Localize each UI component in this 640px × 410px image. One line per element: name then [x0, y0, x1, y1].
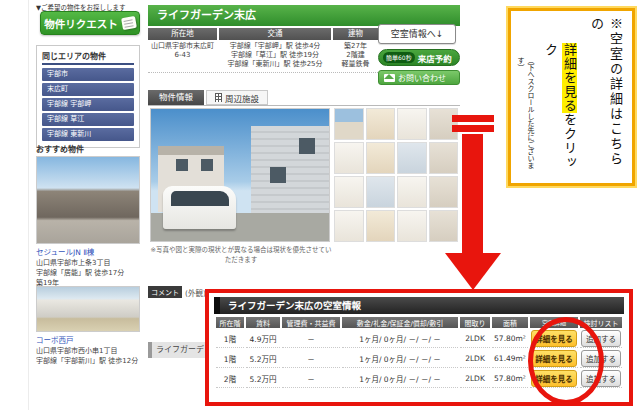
- cell-floor: 1階: [216, 350, 244, 368]
- vacancy-panel-title: ライフガーデン末広の空室情報: [214, 297, 624, 314]
- photo-window: [299, 138, 315, 154]
- comment-row: コメント (外観): [148, 286, 206, 298]
- detail-button[interactable]: 詳細を見る: [531, 350, 577, 367]
- callout-note: （下へスクロールした先にございます）: [515, 17, 535, 177]
- photo-thumbnail[interactable]: [366, 142, 396, 174]
- add-to-list-button[interactable]: 追加する: [581, 350, 621, 367]
- recommended-link-1[interactable]: セジュールJN Ⅱ棟: [36, 246, 142, 257]
- cell-layout: 2LDK: [460, 330, 490, 348]
- add-to-list-button[interactable]: 追加する: [581, 330, 621, 347]
- photo-window: [201, 159, 213, 171]
- cell-area: 57.80m²: [492, 330, 528, 348]
- comment-label: コメント: [148, 286, 182, 298]
- vacancy-header-row: 所在階 賃料 管理費・共益費 敷金/礼金/保証金/償却/敷引 間取り 面積 空室…: [216, 317, 622, 328]
- cell-layout: 2LDK: [460, 370, 490, 388]
- property-building: 築27年 2階建 軽量鉄骨: [333, 42, 378, 69]
- sidebar-item-suehirocho[interactable]: 末広町: [42, 83, 134, 96]
- sidebar-item-kusae[interactable]: 宇部線 草江: [42, 113, 134, 126]
- photo-window: [270, 167, 286, 183]
- tab-property-info[interactable]: 物件情報: [148, 90, 204, 105]
- cell-area: 61.49m²: [492, 350, 528, 368]
- reserve-label: 来店予約: [418, 52, 452, 64]
- col-area: 面積: [492, 317, 528, 328]
- col-location: 所在地: [148, 28, 217, 40]
- col-deposit: 敷金/礼金/保証金/償却/敷引: [342, 317, 458, 328]
- photo-thumbnail[interactable]: [334, 210, 364, 242]
- photo-thumbnail[interactable]: [334, 176, 364, 208]
- property-location: 山口県宇部市末広町6-43: [148, 42, 217, 69]
- sidebar-item-higashishinkawa[interactable]: 宇部線 東新川: [42, 128, 134, 141]
- property-request-button[interactable]: 物件リクエスト: [40, 11, 140, 35]
- vacancy-panel: ライフガーデン末広の空室情報 所在階 賃料 管理費・共益費 敷金/礼金/保証金/…: [205, 289, 633, 406]
- photo-thumbnail[interactable]: [366, 210, 396, 242]
- photo-thumbnail[interactable]: [366, 176, 396, 208]
- visit-reserve-button[interactable]: 簡単60秒 来店予約: [378, 49, 460, 66]
- col-fee: 管理費・共益費: [282, 317, 340, 328]
- callout-box: ※空室の詳細はこちらの 詳細を見るをクリック （下へスクロールした先にございます…: [508, 8, 635, 186]
- photo-thumbnail[interactable]: [334, 142, 364, 174]
- same-area-title: 同じエリアの物件: [42, 50, 134, 65]
- col-rent: 賃料: [246, 317, 280, 328]
- vacancy-table: 所在階 賃料 管理費・共益費 敷金/礼金/保証金/償却/敷引 間取り 面積 空室…: [214, 315, 624, 390]
- callout-line-2: 詳細を見るをクリック: [541, 17, 579, 177]
- access-line-1: 宇部線「宇部岬」駅 徒歩4分: [219, 42, 331, 51]
- sidebar-item-ube-city[interactable]: 宇部市: [42, 68, 134, 81]
- easy-60s-badge: 簡単60秒: [383, 52, 415, 63]
- photo-window: [176, 159, 188, 171]
- recommended-photo-1[interactable]: [36, 156, 140, 244]
- cell-deposit: 1ヶ月/ 0ヶ月/ －/ －/ －: [342, 370, 458, 388]
- contact-label: お問い合わせ: [398, 72, 446, 83]
- cell-rent: 5.2万円: [246, 370, 280, 388]
- cell-layout: 2LDK: [460, 350, 490, 368]
- cell-rent: 5.2万円: [246, 350, 280, 368]
- vacancy-info-button[interactable]: 空室情報へ↓: [378, 24, 456, 44]
- recommended-address-1: 山口県宇部市上条3丁目: [36, 257, 142, 267]
- recommended-photo-2[interactable]: [36, 286, 140, 332]
- sidebar-item-ubemisaki[interactable]: 宇部線 宇部岬: [42, 98, 134, 111]
- col-layout: 間取り: [460, 317, 490, 328]
- cell-rent: 4.9万円: [246, 330, 280, 348]
- page: ▼ご希望の物件をお探しします 物件リクエスト 同じエリアの物件 宇部市 末広町 …: [0, 0, 640, 410]
- recommended-link-2[interactable]: コーポ西戸: [36, 334, 142, 345]
- cell-floor: 1階: [216, 330, 244, 348]
- vacancy-row: 1階 5.2万円 － 1ヶ月/ 0ヶ月/ －/ －/ － 2LDK 61.49m…: [216, 350, 622, 368]
- cell-fee: －: [282, 350, 340, 368]
- cell-fee: －: [282, 370, 340, 388]
- red-arrow-segment: [452, 125, 494, 132]
- red-arrow-shaft: [462, 134, 483, 253]
- callout-text: ※空室の詳細はこちらの 詳細を見るをクリック （下へスクロールした先にございます…: [511, 11, 632, 183]
- recommended-address-2: 山口県宇部市西小串1丁目: [36, 345, 142, 355]
- photo-thumbnail[interactable]: [366, 108, 396, 140]
- request-button-label: 物件リクエスト: [44, 16, 118, 31]
- tab-surroundings[interactable]: 周辺施設: [206, 90, 268, 105]
- add-to-list-button[interactable]: 追加する: [581, 370, 621, 387]
- photo-house-right: [251, 126, 330, 213]
- main-photo[interactable]: [150, 108, 330, 242]
- contact-button[interactable]: お問い合わせ: [378, 70, 460, 85]
- photo-thumbnail[interactable]: [397, 210, 427, 242]
- access-line-3: 宇部線「東新川」駅 徒歩25分: [219, 60, 331, 69]
- photo-thumbnail[interactable]: [397, 142, 427, 174]
- detail-button[interactable]: 詳細を見る: [531, 330, 577, 347]
- cell-fee: －: [282, 330, 340, 348]
- cell-area: 57.80m²: [492, 370, 528, 388]
- photo-thumbnail[interactable]: [429, 108, 459, 140]
- photo-thumbnail[interactable]: [334, 108, 364, 140]
- vacancy-row: 2階 5.2万円 － 1ヶ月/ 0ヶ月/ －/ －/ － 2LDK 57.80m…: [216, 370, 622, 388]
- mail-icon: [384, 74, 395, 82]
- red-arrow-segment: [452, 115, 494, 122]
- photo-thumbnail[interactable]: [397, 108, 427, 140]
- vacancy-row: 1階 4.9万円 － 1ヶ月/ 0ヶ月/ －/ －/ － 2LDK 57.80m…: [216, 330, 622, 348]
- info-table-values: 山口県宇部市末広町6-43 宇部線「宇部岬」駅 徒歩4分 宇部線「草江」駅 徒歩…: [148, 42, 378, 73]
- photo-thumbnail[interactable]: [429, 210, 459, 242]
- photo-thumbnail[interactable]: [429, 176, 459, 208]
- sidebar-divider: [28, 0, 29, 410]
- photo-thumbnail[interactable]: [397, 176, 427, 208]
- photo-caption: ※写真や図と実際の現状とが異なる場合は現状を優先させていただきます: [148, 244, 334, 264]
- page-title: ライフガーデン末広: [148, 5, 460, 26]
- photo-thumbnail[interactable]: [429, 142, 459, 174]
- callout-line-1: ※空室の詳細はこちらの: [587, 17, 625, 177]
- red-arrow-head: [445, 253, 501, 290]
- building-age: 築27年: [333, 42, 378, 51]
- detail-button[interactable]: 詳細を見る: [531, 370, 577, 387]
